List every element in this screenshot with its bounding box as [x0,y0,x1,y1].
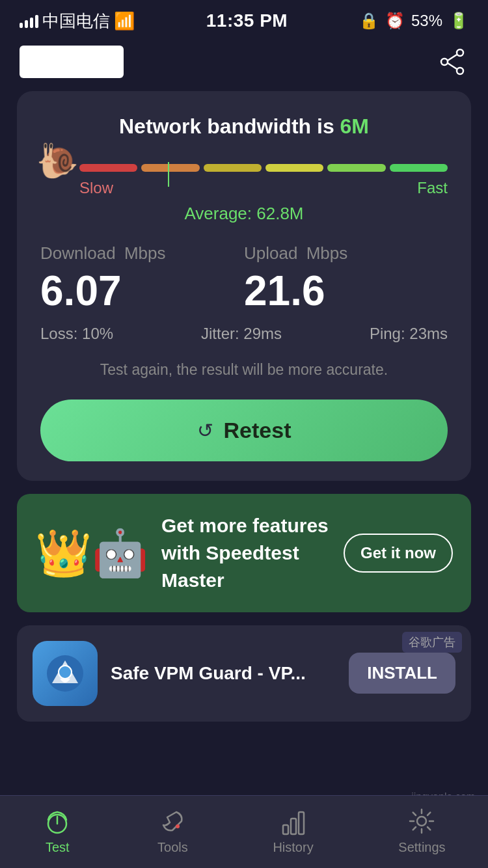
bottom-nav: Test Tools History Setting [0,795,488,868]
nav-item-settings[interactable]: Settings [398,806,445,855]
svg-line-4 [448,63,457,69]
main-card: Network bandwidth is 6M 🐌 Slow Fast Aver… [17,91,471,481]
retest-icon: ↺ [197,419,213,442]
top-bar [0,39,488,91]
retest-button[interactable]: ↺ Retest [40,400,448,461]
svg-rect-10 [291,819,296,834]
ad-label: 谷歌广告 [402,632,462,653]
ping-stat: Ping: 23ms [370,325,448,343]
status-right: 🔒 ⏰ 53% 🔋 [359,12,468,30]
promo-text: Get more features with Speedtest Master [161,512,331,594]
download-label: Download Mbps [40,243,244,264]
nav-item-history[interactable]: History [273,806,313,855]
test-nav-label: Test [46,840,70,855]
app-logo [20,46,124,78]
tools-nav-icon [157,806,187,836]
svg-point-2 [457,68,463,74]
meter-marker [168,162,169,187]
bandwidth-label: Network bandwidth is [119,115,340,138]
meter-labels: Slow Fast [40,179,448,197]
tools-nav-label: Tools [157,840,188,855]
ad-app-name: Safe VPM Guard - VP... [111,663,336,684]
svg-point-1 [441,59,448,65]
signal-bars-icon [20,14,38,28]
settings-nav-label: Settings [398,840,445,855]
svg-point-6 [59,666,72,679]
svg-rect-11 [299,812,304,834]
speed-meter: 🐌 Slow Fast [40,162,448,197]
promo-title: Get more features with Speedtest Master [161,512,331,594]
download-col: Download Mbps 6.07 [40,243,244,312]
bandwidth-value: 6M [340,115,369,138]
settings-nav-icon [407,806,437,836]
battery-label: 53% [411,12,442,30]
promo-banner: 👑🤖 Get more features with Speedtest Mast… [17,494,471,612]
status-time: 11:35 PM [206,10,288,31]
history-nav-label: History [273,840,313,855]
speed-row: Download Mbps 6.07 Upload Mbps 21.6 [40,243,448,312]
promo-icon: 👑🤖 [35,526,148,580]
svg-rect-9 [283,825,288,834]
stats-row: Loss: 10% Jitter: 29ms Ping: 23ms [40,325,448,343]
svg-point-12 [417,817,426,826]
download-value: 6.07 [40,270,244,312]
svg-line-3 [448,55,457,61]
meter-segments [79,162,448,174]
snail-icon: 🐌 [36,141,79,181]
get-now-button[interactable]: Get it now [344,534,453,573]
jitter-stat: Jitter: 29ms [201,325,282,343]
upload-col: Upload Mbps 21.6 [244,243,448,312]
info-text: Test again, the result will be more accu… [40,359,448,381]
bandwidth-title: Network bandwidth is 6M [40,115,448,139]
svg-point-0 [457,49,463,56]
upload-value: 21.6 [244,270,448,312]
average-label: Average: 62.8M [40,204,448,224]
install-button[interactable]: INSTALL [349,653,455,694]
nav-item-tools[interactable]: Tools [157,806,188,855]
alarm-icon: ⏰ [385,12,405,30]
status-bar: 中国电信 📶 11:35 PM 🔒 ⏰ 53% 🔋 [0,0,488,39]
history-nav-icon [278,806,308,836]
ad-section: 谷歌广告 Safe VPM Guard - VP... INSTALL [17,625,471,722]
lock-icon: 🔒 [359,12,379,30]
retest-label: Retest [224,418,291,443]
slow-label: Slow [79,179,113,197]
test-nav-icon [42,806,72,836]
ad-app-icon [33,641,98,706]
fast-label: Fast [417,179,448,197]
svg-point-8 [176,824,180,828]
nav-item-test[interactable]: Test [42,806,72,855]
share-button[interactable] [436,46,468,78]
wifi-icon: 📶 [114,11,135,31]
status-left: 中国电信 📶 [20,10,135,33]
carrier-label: 中国电信 [42,10,110,33]
loss-stat: Loss: 10% [40,325,113,343]
upload-label: Upload Mbps [244,243,448,264]
battery-icon: 🔋 [449,12,468,30]
